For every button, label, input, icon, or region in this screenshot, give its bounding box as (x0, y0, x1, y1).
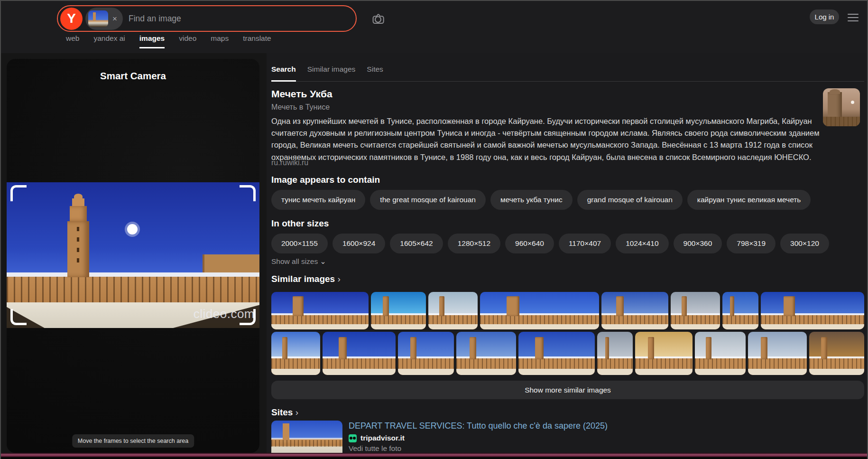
size-option-1170-407[interactable]: 1170×407 (559, 234, 611, 253)
menu-icon[interactable] (848, 14, 859, 21)
crop-hint-tooltip: Move the frames to select the search are… (72, 434, 194, 448)
similar-image-thumb[interactable] (722, 292, 758, 329)
image-search-box[interactable]: Y × (57, 5, 357, 32)
similar-images-row-2 (271, 332, 864, 375)
camera-icon[interactable] (370, 11, 386, 27)
search-input[interactable] (129, 14, 356, 24)
crop-handle-bottom-left[interactable] (10, 309, 27, 325)
similar-image-thumb[interactable] (371, 292, 426, 329)
sites-heading[interactable]: Sites › (271, 407, 298, 418)
size-option-798-319[interactable]: 798×319 (727, 234, 776, 253)
entity-source[interactable]: ru.ruwiki.ru (271, 159, 308, 167)
entity-description: Одна из крупнейших мечетей в Тунисе, рас… (271, 115, 825, 163)
site-thumbnail[interactable] (271, 421, 342, 453)
show-all-sizes-button[interactable]: Show all sizes ⌄ (271, 257, 326, 266)
nav-tab-video[interactable]: video (179, 34, 196, 48)
size-option-1605-642[interactable]: 1605×642 (390, 234, 443, 253)
size-option-900-360[interactable]: 900×360 (674, 234, 722, 253)
crop-handle-top-right[interactable] (240, 185, 256, 201)
nav-tab-web[interactable]: web (66, 34, 79, 48)
uploaded-image[interactable]: clideo.com (7, 182, 259, 328)
size-option-1280-512[interactable]: 1280×512 (448, 234, 500, 253)
results-panel: SearchSimilar imagesSites Мечеть Укба Ме… (267, 53, 868, 453)
size-options: 2000×11551600×9241605×6421280×512960×640… (271, 234, 829, 253)
smart-camera-panel: Smart Camera clideo.com Move the frames … (7, 59, 259, 453)
similar-image-thumb[interactable] (518, 332, 595, 375)
contains-tag-кайруан-тунис-великая-мечеть[interactable]: кайруан тунис великая мечеть (687, 190, 811, 210)
contains-tag-мечеть-укба-тунис[interactable]: мечеть укба тунис (490, 190, 573, 210)
contains-heading: Image appears to contain (271, 175, 380, 185)
service-nav: webyandex aiimagesvideomapstranslate (66, 34, 271, 48)
contains-tag-тунис-мечеть-кайруан[interactable]: тунис мечеть кайруан (271, 190, 365, 210)
size-option-1600-924[interactable]: 1600×924 (332, 234, 385, 253)
nav-tab-yandex-ai[interactable]: yandex ai (93, 34, 125, 48)
results-tab-similar-images[interactable]: Similar images (307, 65, 356, 81)
similar-images-row-1 (271, 292, 864, 329)
similar-image-thumb[interactable] (398, 332, 454, 375)
crop-center-handle[interactable] (127, 224, 138, 234)
remove-image-icon[interactable]: × (112, 15, 117, 23)
query-image-thumbnail (88, 10, 108, 27)
similar-images-heading[interactable]: Similar images › (271, 274, 341, 284)
nav-tab-images[interactable]: images (139, 34, 165, 48)
nav-tab-translate[interactable]: translate (243, 34, 271, 48)
site-photos-link[interactable]: Vedi tutte le foto (349, 444, 401, 453)
crop-handle-top-left[interactable] (10, 185, 27, 201)
similar-image-thumb[interactable] (601, 292, 668, 329)
similar-image-thumb[interactable] (480, 292, 599, 329)
chevron-down-icon: ⌄ (320, 257, 326, 265)
similar-image-thumb[interactable] (271, 332, 320, 375)
similar-image-thumb[interactable] (428, 292, 478, 329)
similar-image-thumb[interactable] (597, 332, 633, 375)
entity-title: Мечеть Укба (271, 88, 332, 100)
similar-image-thumb[interactable] (695, 332, 746, 375)
smart-camera-title: Smart Camera (7, 70, 259, 82)
size-option-300-120[interactable]: 300×120 (780, 234, 829, 253)
nav-tab-maps[interactable]: maps (211, 34, 229, 48)
similar-image-thumb[interactable] (456, 332, 516, 375)
clideo-watermark: clideo.com (194, 307, 255, 321)
tripadvisor-favicon-icon (349, 434, 357, 442)
similar-image-thumb[interactable] (809, 332, 864, 375)
similar-image-thumb[interactable] (635, 332, 692, 375)
query-image-chip[interactable]: × (85, 8, 123, 30)
chevron-right-icon: › (337, 274, 340, 284)
similar-image-thumb[interactable] (271, 292, 369, 329)
similar-image-thumb[interactable] (748, 332, 807, 375)
site-domain: tripadvisor.it (360, 434, 405, 442)
contains-tags: тунис мечеть кайруанthe great mosque of … (271, 190, 811, 210)
size-option-2000-1155[interactable]: 2000×1155 (271, 234, 328, 253)
show-more-similar-button[interactable]: Show more similar images (271, 381, 864, 399)
results-tab-sites[interactable]: Sites (367, 65, 383, 81)
login-button[interactable]: Log in (810, 9, 839, 24)
results-tabs: SearchSimilar imagesSites (271, 65, 864, 82)
window-bottom-edge (1, 453, 867, 457)
top-bar: Y × Log in webyandex aiimagesvideomapstr… (1, 1, 867, 53)
contains-tag-grand-mosque-of-kairouan[interactable]: grand mosque of kairouan (577, 190, 683, 210)
size-option-1024-410[interactable]: 1024×410 (616, 234, 668, 253)
similar-image-thumb[interactable] (323, 332, 396, 375)
moon-icon (851, 101, 854, 104)
results-tab-search[interactable]: Search (271, 65, 296, 82)
site-result-item: DEPART TRAVEL SERVICES: Tutto quello che… (271, 420, 864, 453)
similar-image-thumb[interactable] (761, 292, 864, 329)
sizes-heading: In other sizes (271, 218, 329, 229)
site-title-link[interactable]: DEPART TRAVEL SERVICES: Tutto quello che… (349, 421, 608, 431)
similar-image-thumb[interactable] (671, 292, 720, 329)
yandex-logo[interactable]: Y (60, 8, 83, 30)
contains-tag-the-great-mosque-of-kairouan[interactable]: the great mosque of kairouan (370, 190, 486, 210)
entity-thumbnail[interactable] (823, 88, 860, 126)
chevron-right-icon: › (295, 407, 298, 417)
entity-subtitle: Мечеть в Тунисе (271, 103, 330, 112)
minaret-tower (67, 197, 89, 277)
size-option-960-640[interactable]: 960×640 (505, 234, 554, 253)
